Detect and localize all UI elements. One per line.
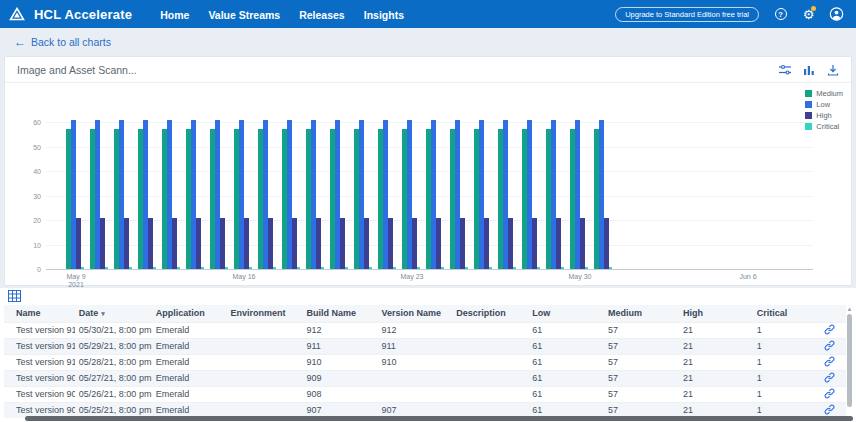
cell-description — [452, 338, 528, 354]
bar-high-2021-05-31[interactable] — [604, 218, 609, 269]
table-row-test-version-912[interactable]: Test version 91205/30/21, 8:00 pmEmerald… — [4, 322, 846, 338]
help-icon[interactable]: ? — [773, 7, 788, 22]
bar-high-2021-05-27[interactable] — [508, 218, 513, 269]
legend-item-medium[interactable]: Medium — [805, 88, 843, 98]
bar-high-2021-05-12[interactable] — [148, 218, 153, 269]
table-horizontal-scrollbar[interactable] — [25, 416, 853, 421]
bar-high-2021-05-17[interactable] — [268, 218, 273, 269]
bar-critical-2021-05-15[interactable] — [225, 267, 228, 269]
column-header-description[interactable]: Description — [452, 305, 528, 322]
download-icon[interactable] — [826, 63, 839, 76]
column-header-critical[interactable]: Critical — [753, 305, 814, 322]
bar-critical-2021-05-21[interactable] — [369, 267, 372, 269]
bar-high-2021-05-14[interactable] — [196, 218, 201, 269]
legend-item-high[interactable]: High — [805, 110, 843, 120]
bar-high-2021-05-16[interactable] — [244, 218, 249, 269]
bar-critical-2021-05-30[interactable] — [585, 267, 588, 269]
bar-critical-2021-05-13[interactable] — [177, 267, 180, 269]
column-header-version-name[interactable]: Version Name — [377, 305, 452, 322]
column-header-name[interactable]: Name — [4, 305, 75, 322]
link-icon[interactable] — [814, 322, 847, 338]
bar-high-2021-05-25[interactable] — [460, 218, 465, 269]
bar-high-2021-05-11[interactable] — [124, 218, 129, 269]
column-header-environment[interactable]: Environment — [227, 305, 303, 322]
cell-description — [452, 354, 528, 370]
chart-type-icon[interactable] — [802, 63, 815, 76]
table-row-test-version-908[interactable]: Test version 90805/26/21, 8:00 pmEmerald… — [4, 386, 846, 402]
notification-dot — [811, 6, 816, 11]
table-row-test-version-909[interactable]: Test version 90905/27/21, 8:00 pmEmerald… — [4, 370, 846, 386]
scroll-up-arrow[interactable]: ▲ — [846, 306, 853, 312]
bar-high-2021-05-15[interactable] — [220, 218, 225, 269]
bar-critical-2021-05-26[interactable] — [489, 267, 492, 269]
nav-item-insights[interactable]: Insights — [364, 9, 404, 21]
column-header-date[interactable]: Date▾ — [75, 305, 152, 322]
table-row-test-version-911[interactable]: Test version 91105/29/21, 8:00 pmEmerald… — [4, 338, 846, 354]
bar-critical-2021-05-27[interactable] — [513, 267, 516, 269]
y-axis-label: 10 — [15, 241, 41, 248]
link-icon[interactable] — [814, 354, 847, 370]
bar-critical-2021-05-29[interactable] — [561, 267, 564, 269]
table-view-icon[interactable] — [8, 288, 21, 306]
bar-critical-2021-05-28[interactable] — [537, 267, 540, 269]
bar-high-2021-05-22[interactable] — [388, 218, 393, 269]
bar-critical-2021-05-09[interactable] — [81, 267, 84, 269]
cell-medium: 57 — [604, 338, 679, 354]
column-header-high[interactable]: High — [679, 305, 753, 322]
bar-high-2021-05-19[interactable] — [316, 218, 321, 269]
vertical-scroll-thumb[interactable] — [847, 314, 852, 407]
nav-item-releases[interactable]: Releases — [299, 9, 345, 21]
bar-critical-2021-05-17[interactable] — [273, 267, 276, 269]
cell-application: Emerald — [152, 370, 227, 386]
table-vertical-scrollbar[interactable]: ▲ — [846, 306, 853, 414]
link-icon[interactable] — [814, 386, 847, 402]
bar-critical-2021-05-10[interactable] — [105, 267, 108, 269]
column-header-application[interactable]: Application — [152, 305, 227, 322]
x-axis-line — [46, 269, 813, 270]
bar-high-2021-05-09[interactable] — [76, 218, 81, 269]
bar-high-2021-05-24[interactable] — [436, 218, 441, 269]
table-row-test-version-910[interactable]: Test version 91005/28/21, 8:00 pmEmerald… — [4, 354, 846, 370]
column-header-medium[interactable]: Medium — [604, 305, 679, 322]
bar-critical-2021-05-31[interactable] — [609, 267, 612, 269]
bar-high-2021-05-21[interactable] — [364, 218, 369, 269]
bar-critical-2021-05-23[interactable] — [417, 267, 420, 269]
bar-critical-2021-05-12[interactable] — [153, 267, 156, 269]
bar-high-2021-05-30[interactable] — [580, 218, 585, 269]
bar-critical-2021-05-18[interactable] — [297, 267, 300, 269]
bar-critical-2021-05-16[interactable] — [249, 267, 252, 269]
cell-critical: 1 — [753, 322, 814, 338]
bar-critical-2021-05-19[interactable] — [321, 267, 324, 269]
column-header-build-name[interactable]: Build Name — [303, 305, 378, 322]
bar-high-2021-05-26[interactable] — [484, 218, 489, 269]
link-icon[interactable] — [814, 370, 847, 386]
bar-critical-2021-05-22[interactable] — [393, 267, 396, 269]
legend-item-low[interactable]: Low — [805, 99, 843, 109]
cell-date: 05/30/21, 8:00 pm — [75, 322, 152, 338]
bar-critical-2021-05-14[interactable] — [201, 267, 204, 269]
main-menu: HomeValue StreamsReleasesInsights — [160, 5, 423, 23]
bar-high-2021-05-10[interactable] — [100, 218, 105, 269]
bar-critical-2021-05-11[interactable] — [129, 267, 132, 269]
bar-critical-2021-05-20[interactable] — [345, 267, 348, 269]
bar-high-2021-05-28[interactable] — [532, 218, 537, 269]
bar-high-2021-05-29[interactable] — [556, 218, 561, 269]
user-avatar-icon[interactable] — [829, 7, 844, 22]
link-icon[interactable] — [814, 338, 847, 354]
bar-high-2021-05-20[interactable] — [340, 218, 345, 269]
column-header-low[interactable]: Low — [528, 305, 604, 322]
bar-critical-2021-05-24[interactable] — [441, 267, 444, 269]
results-table-section: NameDate▾ApplicationEnvironmentBuild Nam… — [0, 288, 856, 422]
settings-icon[interactable]: ⚙ — [801, 7, 816, 22]
cell-date: 05/27/21, 8:00 pm — [75, 370, 152, 386]
bar-high-2021-05-23[interactable] — [412, 218, 417, 269]
nav-item-value-streams[interactable]: Value Streams — [208, 9, 280, 21]
chart-settings-icon[interactable] — [778, 63, 791, 76]
legend-item-critical[interactable]: Critical — [805, 121, 843, 131]
back-to-charts-link[interactable]: ← Back to all charts — [14, 35, 111, 49]
bar-high-2021-05-13[interactable] — [172, 218, 177, 269]
upgrade-button[interactable]: Upgrade to Standard Edition free trial — [615, 7, 759, 22]
bar-critical-2021-05-25[interactable] — [465, 267, 468, 269]
nav-item-home[interactable]: Home — [160, 9, 189, 21]
bar-high-2021-05-18[interactable] — [292, 218, 297, 269]
